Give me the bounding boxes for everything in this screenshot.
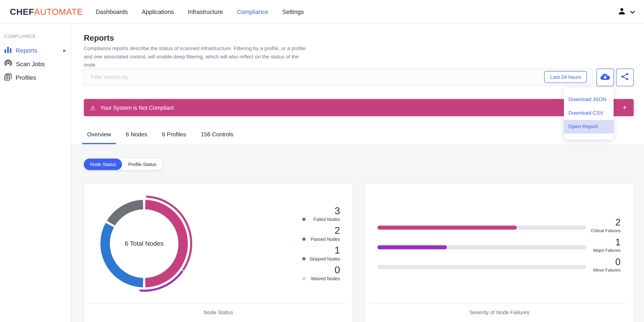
donut-center-label: 6 Total Nodes <box>95 194 194 293</box>
severity-info: 1Major Failures <box>586 237 621 253</box>
download-dropdown-menu: Download JSONDownload CSVOpen Report <box>564 88 614 140</box>
radar-icon <box>4 60 12 68</box>
share-button[interactable] <box>616 68 634 86</box>
tab-6-nodes[interactable]: 6 Nodes <box>121 131 152 144</box>
nav-item-settings[interactable]: Settings <box>282 8 304 15</box>
download-button[interactable] <box>596 68 614 86</box>
tab-overview[interactable]: Overview <box>82 131 116 144</box>
legend-value: 3 <box>302 206 340 216</box>
page-description: Compliance reports describe the status o… <box>84 45 310 69</box>
chef-automate-logo[interactable]: CHEFAUTOMATE <box>10 7 83 17</box>
person-icon <box>617 6 626 17</box>
severity-value: 1 <box>586 237 621 247</box>
legend-item-skipped-nodes: 1Skipped Nodes <box>302 245 340 264</box>
cloud-download-icon <box>600 73 610 82</box>
banner-text: Your System is Not Compliant <box>100 104 174 111</box>
share-icon <box>621 73 629 82</box>
legend-label: Waived Nodes <box>311 276 340 281</box>
severity-bar-track <box>378 265 586 269</box>
legend-value: 1 <box>302 245 340 255</box>
expand-arrow-icon: ▶ <box>63 48 66 52</box>
sidebar-item-label: Scan Jobs <box>16 60 45 68</box>
severity-card: 2Critical Failures1Major Failures0Minor … <box>365 183 634 322</box>
logo-automate: AUTOMATE <box>34 7 83 16</box>
user-menu[interactable] <box>617 0 635 24</box>
severity-value: 0 <box>586 257 621 267</box>
warning-icon: ⚠ <box>90 104 96 111</box>
sidebar-item-label: Profiles <box>16 74 36 81</box>
node-status-legend: 3Failed Nodes2Passed Nodes1Skipped Nodes… <box>302 206 340 284</box>
legend-label: Skipped Nodes <box>310 256 340 261</box>
sidebar-item-scan-jobs[interactable]: Scan Jobs <box>0 57 71 71</box>
node-status-card: 6 Total Nodes 3Failed Nodes2Passed Nodes… <box>84 183 353 322</box>
severity-label: Minor Failures <box>586 267 621 273</box>
not-compliant-banner: ⚠ Your System is Not Compliant ta + <box>84 99 634 116</box>
sidebar-items: Reports▶Scan JobsProfiles <box>0 44 71 84</box>
nav-item-infrastructure[interactable]: Infrastructure <box>188 8 223 15</box>
menu-item-open-report[interactable]: Open Report <box>564 120 614 134</box>
severity-info: 0Minor Failures <box>586 257 621 273</box>
tab-6-profiles[interactable]: 6 Profiles <box>157 131 191 144</box>
node-status-caption: Node Status <box>89 303 348 316</box>
legend-dot-icon <box>302 257 306 260</box>
severity-row-critical-failures: 2Critical Failures <box>378 214 620 234</box>
legend-item-passed-nodes: 2Passed Nodes <box>302 225 340 245</box>
severity-bar-fill <box>378 245 447 250</box>
menu-item-download-csv[interactable]: Download CSV <box>564 106 614 120</box>
app-window: CHEFAUTOMATE DashboardsApplicationsInfra… <box>0 0 644 322</box>
severity-info: 2Critical Failures <box>586 217 621 234</box>
documents-icon <box>4 74 12 82</box>
severity-label: Major Failures <box>586 247 621 253</box>
severity-bar-track <box>378 245 586 250</box>
legend-dot-icon <box>302 238 306 241</box>
add-filter-plus-icon[interactable]: + <box>623 104 627 112</box>
nav-item-applications[interactable]: Applications <box>142 8 174 15</box>
severity-value: 2 <box>586 217 621 227</box>
filter-bar: Last 24 hours <box>84 68 593 85</box>
severity-row-major-failures: 1Major Failures <box>378 234 620 253</box>
status-toggle: Node StatusProfile Status <box>84 158 163 170</box>
legend-item-failed-nodes: 3Failed Nodes <box>302 206 340 225</box>
legend-label: Passed Nodes <box>311 237 340 242</box>
severity-bar-track <box>378 226 586 230</box>
legend-label: Failed Nodes <box>314 217 340 222</box>
main-content: Reports Compliance reports describe the … <box>71 24 644 322</box>
sidebar-item-profiles[interactable]: Profiles <box>0 71 71 84</box>
severity-caption: Severity of Node Failures <box>370 303 629 316</box>
sidebar-item-label: Reports <box>16 47 37 54</box>
severity-row-minor-failures: 0Minor Failures <box>378 253 620 273</box>
bar-chart-icon <box>4 47 12 54</box>
sidebar-item-reports[interactable]: Reports▶ <box>0 44 71 57</box>
filter-reports-input[interactable] <box>84 69 592 85</box>
sidebar: COMPLIANCE Reports▶Scan JobsProfiles <box>0 24 71 322</box>
time-range-label: Last 24 hours <box>550 74 581 80</box>
toggle-node-status[interactable]: Node Status <box>84 158 122 170</box>
nav-items: DashboardsApplicationsInfrastructureComp… <box>96 8 304 15</box>
tab-156-controls[interactable]: 156 Controls <box>196 131 238 144</box>
report-tabs: Overview6 Nodes6 Profiles156 Controls <box>80 131 241 144</box>
legend-dot-icon <box>302 218 306 221</box>
nav-item-compliance[interactable]: Compliance <box>237 8 268 15</box>
severity-bar-fill <box>378 226 516 230</box>
node-status-donut-chart[interactable]: 6 Total Nodes <box>95 194 194 293</box>
legend-value: 2 <box>302 225 340 236</box>
severity-bars: 2Critical Failures1Major Failures0Minor … <box>378 214 620 273</box>
time-range-button[interactable]: Last 24 hours <box>544 71 587 83</box>
logo-chef: CHEF <box>10 7 34 16</box>
sidebar-section-label: COMPLIANCE <box>4 34 71 38</box>
nav-item-dashboards[interactable]: Dashboards <box>96 8 128 15</box>
legend-value: 0 <box>302 264 340 275</box>
overview-section: Node StatusProfile Status 6 Total Nodes … <box>71 144 644 322</box>
legend-dot-icon <box>302 277 306 280</box>
toggle-profile-status[interactable]: Profile Status <box>122 158 163 170</box>
page-header: Reports Compliance reports describe the … <box>71 24 644 145</box>
severity-label: Critical Failures <box>586 228 621 234</box>
legend-item-waived-nodes: 0Waived Nodes <box>302 264 340 284</box>
top-nav: CHEFAUTOMATE DashboardsApplicationsInfra… <box>0 0 644 24</box>
menu-item-download-json[interactable]: Download JSON <box>564 93 614 106</box>
chevron-down-icon <box>630 8 635 15</box>
page-title: Reports <box>84 33 114 43</box>
